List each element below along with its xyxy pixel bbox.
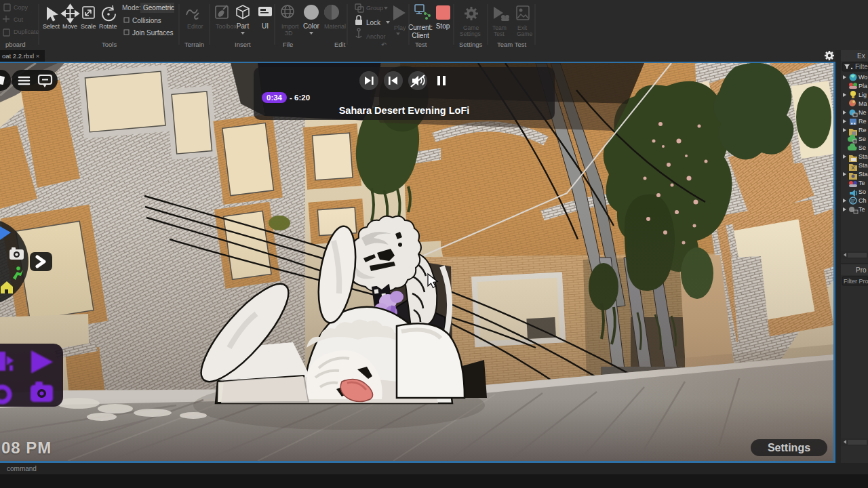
svg-text:Import: Import [281,23,299,30]
svg-text:Rotate: Rotate [99,23,117,30]
svg-text:Pla: Pla [859,83,867,89]
svg-text:Scale: Scale [81,23,96,30]
svg-text:Game: Game [517,30,532,37]
svg-text:Part: Part [237,22,250,30]
svg-text:3D: 3D [285,30,293,37]
svg-text:Material: Material [324,23,346,30]
svg-text:Te: Te [859,180,865,186]
svg-text:Sta: Sta [859,171,868,178]
svg-text:Color: Color [303,22,320,30]
svg-text:Sta: Sta [859,153,868,160]
svg-text:File: File [283,41,293,48]
svg-text:Settings: Settings [460,30,481,37]
svg-text:Test: Test [494,30,505,37]
svg-text:Lock: Lock [366,19,381,26]
svg-text:Client: Client [412,32,429,39]
svg-text:Tools: Tools [102,41,117,48]
svg-text:Test: Test [415,41,427,48]
svg-text:Team Test: Team Test [497,41,526,48]
svg-text:Stop: Stop [436,22,450,30]
svg-text:Ne: Ne [859,109,867,116]
svg-text:Filter Prop: Filter Prop [844,278,868,285]
svg-text:Filter: Filter [855,63,868,70]
svg-text:Lig: Lig [859,92,867,98]
svg-text:Select: Select [43,23,60,30]
svg-text:Pro: Pro [856,266,867,274]
svg-text:Editor: Editor [187,23,203,30]
svg-text:Ch: Ch [859,197,867,204]
svg-text:Current:: Current: [408,24,433,31]
svg-text:Anchor: Anchor [366,33,386,40]
svg-text:↶: ↶ [381,41,387,48]
svg-text:Wo: Wo [859,74,867,81]
svg-text:Sta: Sta [859,162,868,169]
svg-text:Edit: Edit [334,41,346,48]
svg-text:Se: Se [859,144,866,151]
svg-text:Copy: Copy [14,4,28,11]
svg-text:Re: Re [859,118,867,125]
svg-text:Te: Te [859,206,865,213]
svg-text:Settings: Settings [459,41,483,48]
svg-text:Re: Re [859,127,867,134]
svg-text:Play: Play [394,24,406,31]
svg-text:Duplicate: Duplicate [14,28,39,35]
svg-text:Toolbox: Toolbox [216,23,237,30]
svg-text:pboard: pboard [5,41,26,48]
svg-text:Group: Group [366,5,383,12]
svg-text:So: So [859,188,866,195]
svg-text:Insert: Insert [235,41,251,48]
svg-text:Move: Move [62,23,77,30]
svg-text:Collisions: Collisions [132,17,161,24]
svg-text:Se: Se [859,136,866,142]
svg-text:Terrain: Terrain [184,41,204,48]
svg-text:Ma: Ma [859,100,867,107]
svg-text:Mode:: Mode: [122,4,141,12]
svg-text:Join Surfaces: Join Surfaces [132,29,174,37]
svg-text:Ex: Ex [857,52,865,60]
svg-text:UI: UI [262,22,269,30]
svg-text:Cut: Cut [14,16,24,23]
